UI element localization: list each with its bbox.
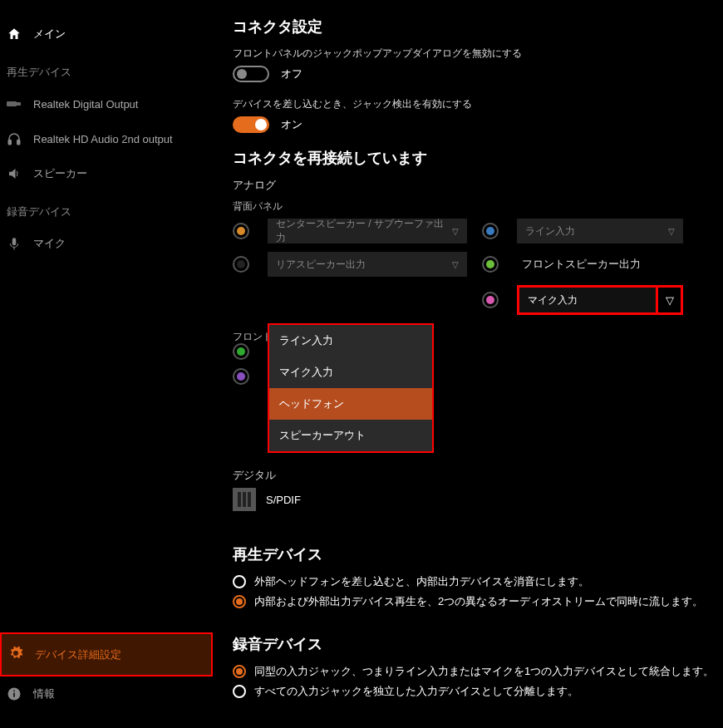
analog-label: アナログ: [233, 178, 715, 193]
digital-label: デジタル: [233, 468, 715, 483]
select-value: マイク入力: [528, 293, 578, 307]
sidebar-label: Realtek Digital Output: [33, 98, 138, 111]
jack-blue[interactable]: [482, 223, 499, 239]
popup-disable-label: フロントパネルのジャックポップアップダイアログを無効にする: [233, 47, 715, 61]
jack-orange[interactable]: [233, 223, 249, 239]
chevron-down-icon: ▽: [666, 294, 674, 307]
speaker-icon: [7, 166, 22, 181]
jack-pink[interactable]: [482, 292, 499, 308]
svg-rect-3: [17, 140, 20, 145]
sidebar-label: マイク: [33, 236, 66, 251]
sidebar-digital-output[interactable]: Realtek Digital Output: [0, 86, 216, 121]
info-icon: [7, 686, 22, 701]
jack-purple-front[interactable]: [233, 368, 249, 385]
sidebar-hd-audio[interactable]: Realtek HD Audio 2nd output: [0, 121, 216, 156]
connector-heading: コネクタ設定: [233, 17, 715, 37]
svg-rect-7: [13, 693, 15, 697]
chevron-down-icon: ▽: [668, 227, 675, 236]
select-value: センタースピーカー / サブウーファ出力: [276, 217, 452, 245]
sidebar-label: Realtek HD Audio 2nd output: [33, 133, 173, 145]
playback-heading: 再生デバイス: [233, 544, 715, 564]
sidebar-label: スピーカー: [33, 166, 87, 181]
jack-green-front[interactable]: [233, 343, 249, 360]
radio-record-merge[interactable]: [233, 665, 246, 678]
svg-rect-2: [8, 140, 11, 145]
rear-panel-label: 背面パネル: [233, 199, 715, 214]
toggle-state: オフ: [281, 66, 302, 81]
reconnect-heading: コネクタを再接続しています: [233, 148, 715, 168]
sidebar-mic[interactable]: マイク: [0, 226, 216, 261]
dropdown-option[interactable]: スピーカーアウト: [269, 420, 432, 451]
select-mic-in[interactable]: マイク入力 ▽: [517, 285, 683, 315]
sidebar-section-playback: 再生デバイス: [0, 52, 216, 86]
device-icon: [7, 96, 22, 111]
sidebar-speaker[interactable]: スピーカー: [0, 156, 216, 191]
radio-label: 外部ヘッドフォンを差し込むと、内部出力デバイスを消音にします。: [254, 574, 589, 589]
radio-label: すべての入力ジャックを独立した入力デバイスとして分離します。: [254, 684, 578, 699]
gear-icon: [8, 646, 23, 663]
popup-disable-toggle[interactable]: [233, 66, 269, 82]
radio-label: 内部および外部出力デバイス再生を、2つの異なるオーディオストリームで同時に流しま…: [254, 594, 703, 609]
sidebar-label: メイン: [33, 27, 66, 42]
select-rear-speaker[interactable]: リアスピーカー出力 ▽: [268, 252, 467, 277]
sidebar-advanced-settings[interactable]: デバイス詳細設定: [0, 632, 213, 676]
sidebar-label: デバイス詳細設定: [35, 647, 121, 662]
recording-heading: 録音デバイス: [233, 634, 715, 654]
svg-rect-1: [17, 102, 21, 106]
toggle-state: オン: [281, 117, 302, 132]
dropdown-option[interactable]: マイク入力: [269, 357, 432, 388]
front-speaker-label: フロントスピーカー出力: [517, 257, 683, 272]
jack-black[interactable]: [233, 256, 249, 273]
dropdown-option[interactable]: ライン入力: [269, 325, 432, 357]
svg-rect-4: [12, 238, 17, 245]
jack-lime[interactable]: [482, 256, 499, 273]
spdif-icon[interactable]: [233, 488, 256, 511]
jack-detect-label: デバイスを差し込むとき、ジャック検出を有効にする: [233, 97, 715, 111]
svg-rect-8: [13, 691, 15, 692]
sidebar-main[interactable]: メイン: [0, 17, 216, 52]
mic-icon: [7, 236, 22, 251]
select-line-in[interactable]: ライン入力 ▽: [517, 219, 683, 243]
select-value: ライン入力: [525, 224, 575, 239]
sidebar-label: 情報: [33, 686, 55, 701]
radio-playback-mute[interactable]: [233, 575, 246, 588]
chevron-down-icon: ▽: [452, 260, 459, 269]
sidebar-section-record: 録音デバイス: [0, 191, 216, 226]
radio-playback-dual[interactable]: [233, 595, 246, 608]
dropdown-menu[interactable]: ライン入力 マイク入力 ヘッドフォン スピーカーアウト: [268, 323, 434, 453]
sidebar-info[interactable]: 情報: [0, 676, 216, 711]
spdif-label: S/PDIF: [266, 494, 301, 506]
select-center-speaker[interactable]: センタースピーカー / サブウーファ出力 ▽: [268, 219, 467, 243]
dropdown-option-selected[interactable]: ヘッドフォン: [269, 388, 432, 420]
radio-record-separate[interactable]: [233, 685, 246, 698]
chevron-down-icon: ▽: [452, 227, 459, 236]
jack-detect-toggle[interactable]: [233, 116, 269, 133]
headphone-icon: [7, 131, 22, 146]
select-value: リアスピーカー出力: [276, 258, 366, 272]
svg-rect-0: [7, 101, 17, 106]
radio-label: 同型の入力ジャック、つまりライン入力またはマイクを1つの入力デバイスとして統合し…: [254, 664, 714, 679]
home-icon: [7, 27, 22, 42]
